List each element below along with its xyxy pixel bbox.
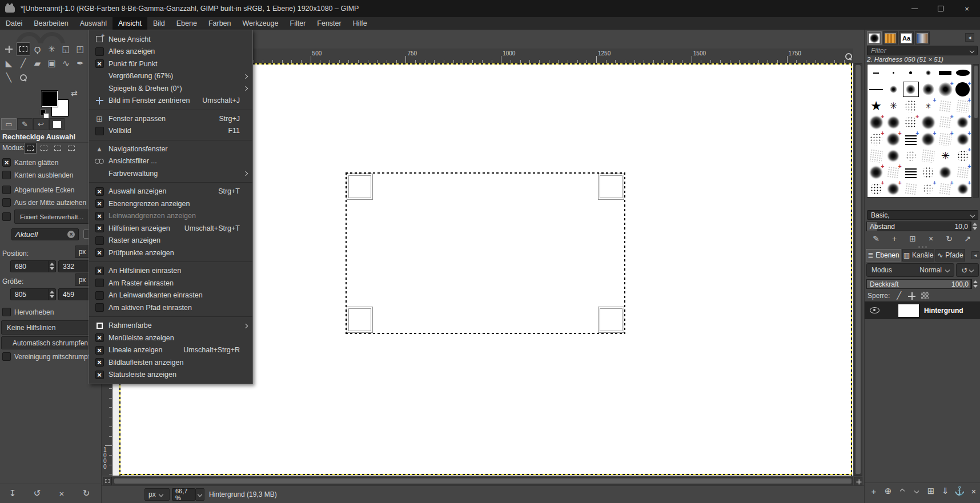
horizontal-scrollbar[interactable] (113, 477, 853, 485)
brush-cell[interactable]: + (954, 81, 971, 98)
brush-cell[interactable] (867, 65, 885, 81)
brush-cell-selected[interactable] (902, 81, 919, 98)
brush-grid-scrollbar[interactable] (973, 64, 979, 198)
edit-brush-icon[interactable]: ✎ (870, 234, 882, 244)
menubar-item-datei[interactable]: Datei (0, 17, 28, 30)
menu-item-raster-anzeigen[interactable]: Raster anzeigen (89, 235, 252, 247)
lower-layer-icon[interactable] (911, 485, 922, 497)
brush-cell[interactable]: + (867, 180, 885, 197)
menu-item-fenster-anpassen[interactable]: ⊞Fenster anpassenStrg+J (89, 112, 252, 125)
menubar-item-auswahl[interactable]: Auswahl (74, 17, 113, 30)
menu-item-am-raster-einrasten[interactable]: Am Raster einrasten (89, 277, 252, 289)
menu-item-ansichtsfilter[interactable]: Ansichtsfilter ... (89, 155, 252, 168)
brush-cell[interactable]: + (902, 114, 919, 131)
brush-cell[interactable]: + (954, 180, 971, 197)
menu-item-auswahl-anzeigen[interactable]: ×Auswahl anzeigenStrg+T (89, 186, 252, 198)
brush-cell[interactable]: + (919, 180, 937, 197)
selection-handle-top-left[interactable] (347, 174, 373, 200)
brush-grid[interactable]: ++★✳✳++++++++++++✳+++++++++ (867, 64, 972, 198)
menu-item-bild-im-fenster-zentrieren[interactable]: Bild im Fenster zentrierenUmschalt+J (89, 95, 252, 107)
brush-cell[interactable]: ✳+ (919, 98, 937, 114)
guides-dropdown[interactable]: Keine Hilfslinien (1, 320, 99, 335)
option-aus-der-mitte-aufziehen[interactable]: Aus der Mitte aufziehen (2, 198, 86, 207)
device-status-tab[interactable]: ✎ (17, 118, 33, 130)
bucket-fill-tool[interactable]: ◣ (2, 57, 16, 70)
brush-cell[interactable] (885, 114, 902, 131)
menu-item-bildlaufleisten-anzeigen[interactable]: ×Bildlaufleisten anzeigen (89, 356, 252, 369)
dock-splitter[interactable] (865, 245, 980, 249)
open-brush-as-image-icon[interactable]: ↗ (962, 234, 973, 244)
brush-cell[interactable]: + (937, 131, 954, 147)
brush-cell[interactable] (919, 164, 937, 180)
menu-item-lineale-anzeigen[interactable]: ×Lineale anzeigenUmschalt+Strg+R (89, 344, 252, 357)
layer-visibility-icon[interactable] (870, 307, 879, 313)
menubar-item-ansicht[interactable]: Ansicht (113, 17, 147, 30)
minimize-button[interactable] (901, 0, 927, 17)
mode-reset-button[interactable]: ↺ (956, 263, 979, 277)
mode-subtract-button[interactable] (51, 143, 64, 154)
new-layer-icon[interactable]: + (868, 485, 879, 497)
brush-cell[interactable] (902, 164, 919, 180)
checkbox-checked-icon[interactable]: × (2, 158, 11, 167)
checkbox-unchecked-icon[interactable] (2, 198, 11, 207)
position-x-spinner[interactable] (48, 261, 55, 272)
color-picker-tool[interactable]: ╲ (2, 71, 16, 84)
new-layer-group-icon[interactable]: ⊕ (882, 485, 894, 497)
refresh-brushes-icon[interactable]: ↻ (943, 234, 955, 244)
eraser-tool[interactable]: ▰ (30, 57, 45, 70)
crop-tool[interactable]: ◱ (59, 42, 73, 56)
brush-cell[interactable] (919, 114, 937, 131)
brush-cell[interactable] (937, 98, 954, 114)
menu-item-prüfpunkte-anzeigen[interactable]: ×Prüfpunkte anzeigen (89, 247, 252, 259)
delete-brush-icon[interactable]: × (925, 234, 937, 244)
brush-cell[interactable] (885, 147, 902, 164)
brush-cell[interactable] (885, 81, 902, 98)
unit-dropdown[interactable]: px (144, 488, 170, 501)
menu-item-menüleiste-anzeigen[interactable]: ×Menüleiste anzeigen (89, 332, 252, 344)
restore-tool-preset-icon[interactable]: ↺ (31, 488, 43, 499)
delete-layer-icon[interactable]: × (968, 485, 979, 497)
rectangle-select-tool[interactable] (16, 42, 30, 56)
size-unit-button[interactable]: px (75, 273, 90, 286)
brush-cell[interactable]: + (885, 180, 902, 197)
checkbox-unchecked-icon[interactable] (2, 171, 11, 179)
vertical-scrollbar[interactable] (854, 63, 862, 476)
mode-add-button[interactable] (38, 143, 50, 154)
opacity-spinner[interactable] (971, 279, 979, 289)
selection-handle-bottom-left[interactable] (347, 307, 373, 333)
brush-filter-input[interactable]: Filter (867, 46, 978, 55)
option-abgerundete-ecken[interactable]: Abgerundete Ecken (2, 186, 74, 194)
brush-cell[interactable] (867, 81, 885, 98)
menu-item-ebenengrenzen-anzeigen[interactable]: ×Ebenengrenzen anzeigen (89, 198, 252, 210)
lock-pixels-icon[interactable]: ╱ (897, 291, 901, 300)
dock-menu-button[interactable]: ◂ (965, 33, 974, 42)
position-x-input[interactable]: 680 (10, 260, 56, 272)
menubar-item-ebene[interactable]: Ebene (171, 17, 203, 30)
shrink-merged-checkbox[interactable] (2, 352, 11, 361)
layer-thumbnail[interactable] (898, 304, 919, 317)
selection-handle-bottom-right[interactable] (598, 307, 624, 333)
menu-item-an-leinwandkanten-einrasten[interactable]: An Leinwandkanten einrasten (89, 289, 252, 302)
menubar-item-fenster[interactable]: Fenster (311, 17, 347, 30)
brush-cell[interactable] (902, 98, 919, 114)
menu-item-punkt-für-punkt[interactable]: ×Punkt für Punkt (89, 58, 252, 70)
brush-cell[interactable] (919, 81, 937, 98)
brush-cell[interactable]: + (954, 98, 971, 114)
tab-gradients[interactable] (915, 31, 930, 45)
close-button[interactable]: × (954, 0, 980, 17)
brush-cell[interactable] (902, 147, 919, 164)
brush-cell[interactable]: + (867, 164, 885, 180)
lock-alpha-icon[interactable] (921, 292, 929, 299)
position-unit-button[interactable]: px (75, 246, 90, 258)
brush-cell[interactable]: + (954, 114, 971, 131)
brush-cell[interactable] (885, 65, 902, 81)
brush-group-dropdown[interactable]: Basic, (867, 210, 978, 220)
menu-item-alles-anzeigen[interactable]: Alles anzeigen (89, 46, 252, 58)
opacity-slider[interactable]: Deckkraft 100,0 (866, 279, 971, 289)
ink-tool[interactable]: ✒ (73, 57, 87, 70)
foreground-color-swatch[interactable] (41, 90, 58, 107)
reset-tool-options-icon[interactable]: ↻ (81, 488, 92, 499)
menu-item-an-hilfslinien-einrasten[interactable]: ×An Hilfslinien einrasten (89, 265, 252, 277)
ratio-input[interactable]: Aktuell × (11, 228, 79, 240)
quick-mask-toggle[interactable] (103, 477, 112, 485)
